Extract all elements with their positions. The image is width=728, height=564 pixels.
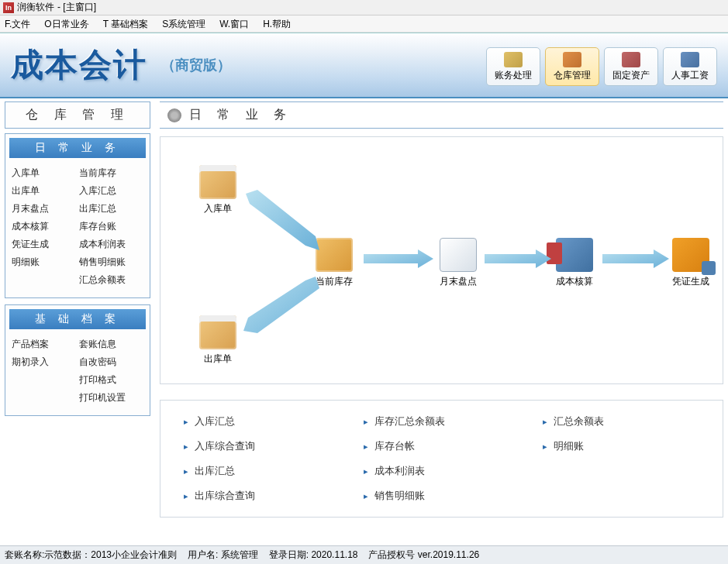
sidebar-title: 仓 库 管 理 — [5, 101, 150, 129]
menu-system[interactable]: S系统管理 — [162, 18, 205, 29]
content-header: 日 常 业 务 — [160, 101, 723, 129]
box-open-icon — [199, 165, 236, 199]
module-icon — [622, 52, 640, 67]
menubar: F.文件 O日常业务 T 基础档案 S系统管理 W.窗口 H.帮助 — [0, 15, 728, 33]
workflow-diagram: 入库单 当前库存 出库单 月末盘点 成本核算 凭证生成 — [160, 136, 723, 384]
report-link[interactable]: 销售明细账 — [364, 489, 520, 503]
window-title: - [主窗口] — [57, 1, 96, 14]
module-label: 人事工资 — [671, 69, 709, 82]
menu-file[interactable]: F.文件 — [5, 18, 30, 29]
node-label: 入库单 — [199, 202, 236, 215]
statusbar: 套账名称:示范数据：2013小企业会计准则 用户名: 系统管理 登录日期: 20… — [0, 545, 728, 564]
app-icon: In — [3, 2, 14, 13]
report-link[interactable]: 库存汇总余额表 — [364, 414, 520, 428]
menu-daily[interactable]: O日常业务 — [44, 18, 88, 29]
arrow-icon — [242, 273, 319, 335]
node-label: 当前库存 — [316, 275, 353, 288]
box-icon — [316, 238, 353, 272]
sidebar-item[interactable]: 出库汇总 — [79, 202, 143, 215]
app-name: 润衡软件 — [17, 1, 54, 14]
module-label: 仓库管理 — [554, 69, 591, 82]
node-month-end[interactable]: 月末盘点 — [440, 238, 477, 288]
menu-archive[interactable]: T 基础档案 — [103, 18, 148, 29]
report-links: 入库汇总库存汇总余额表汇总余额表入库综合查询库存台帐明细账出库汇总成本利润表出库… — [160, 400, 723, 518]
status-account: 套账名称:示范数据：2013小企业会计准则 — [5, 549, 177, 562]
arrow-icon — [364, 249, 433, 268]
box-open-icon — [199, 315, 236, 349]
module-button-1[interactable]: 仓库管理 — [545, 47, 599, 86]
arrow-icon — [602, 249, 669, 268]
gear-icon — [167, 108, 181, 122]
status-user: 用户名: 系统管理 — [188, 549, 258, 562]
menu-window[interactable]: W.窗口 — [219, 18, 249, 29]
sidebar-item[interactable]: 自改密码 — [79, 356, 143, 369]
module-label: 账务处理 — [495, 69, 532, 82]
module-label: 固定资产 — [612, 69, 650, 82]
sidebar-item[interactable]: 打印格式 — [79, 373, 143, 387]
sidebar-item[interactable]: 产品档案 — [12, 338, 76, 351]
header-banner: 成本会计 （商贸版） 账务处理仓库管理固定资产人事工资 — [0, 33, 728, 98]
sidebar-item[interactable]: 汇总余额表 — [79, 273, 143, 287]
svg-marker-4 — [602, 249, 669, 268]
app-subtitle: （商贸版） — [161, 56, 231, 74]
sidebar-group-1: 基 础 档 案产品档案套账信息期初录入自改密码打印格式打印机设置 — [5, 304, 150, 416]
header-module-buttons: 账务处理仓库管理固定资产人事工资 — [486, 47, 717, 86]
node-label: 出库单 — [199, 352, 236, 366]
sidebar-item[interactable]: 库存台账 — [79, 220, 143, 233]
node-outbound[interactable]: 出库单 — [199, 315, 236, 366]
report-link[interactable]: 入库综合查询 — [184, 439, 340, 453]
node-cost-calc[interactable]: 成本核算 — [556, 238, 593, 288]
node-inbound[interactable]: 入库单 — [199, 165, 236, 215]
sidebar-item[interactable]: 入库单 — [12, 167, 76, 180]
report-link[interactable]: 明细账 — [543, 439, 699, 453]
sidebar-item[interactable]: 当前库存 — [79, 167, 143, 180]
report-link[interactable]: 出库汇总 — [184, 464, 340, 478]
svg-marker-2 — [364, 249, 433, 268]
svg-marker-0 — [246, 190, 319, 250]
module-icon — [563, 52, 581, 67]
menu-help[interactable]: H.帮助 — [263, 18, 291, 29]
report-link[interactable]: 入库汇总 — [184, 414, 340, 428]
node-voucher[interactable]: 凭证生成 — [672, 238, 709, 288]
sidebar-item[interactable]: 打印机设置 — [79, 391, 143, 404]
sidebar: 仓 库 管 理 日 常 业 务入库单当前库存出库单入库汇总月末盘点出库汇总成本核… — [5, 101, 150, 545]
node-label: 月末盘点 — [440, 275, 477, 288]
status-login: 登录日期: 2020.11.18 — [269, 549, 358, 562]
sidebar-item[interactable]: 明细账 — [12, 256, 76, 269]
module-icon — [681, 52, 699, 67]
sidebar-item[interactable]: 期初录入 — [12, 356, 76, 369]
titlebar: In 润衡软件 - [主窗口] — [0, 0, 728, 15]
sidebar-item[interactable]: 入库汇总 — [79, 184, 143, 198]
sidebar-group-0: 日 常 业 务入库单当前库存出库单入库汇总月末盘点出库汇总成本核算库存台账凭证生… — [5, 133, 150, 298]
node-label: 凭证生成 — [672, 275, 709, 288]
report-link[interactable]: 汇总余额表 — [543, 414, 699, 428]
report-link[interactable]: 库存台帐 — [364, 439, 520, 453]
svg-marker-1 — [243, 277, 319, 333]
content-title: 日 常 业 务 — [189, 107, 292, 123]
arrow-icon — [485, 249, 551, 268]
sidebar-group-header: 基 础 档 案 — [9, 308, 147, 330]
node-current-stock[interactable]: 当前库存 — [316, 238, 353, 288]
sidebar-item[interactable]: 成本利润表 — [79, 238, 143, 251]
sidebar-group-header: 日 常 业 务 — [9, 137, 147, 159]
sidebar-item[interactable]: 销售明细账 — [79, 256, 143, 269]
calculator-icon — [556, 238, 593, 272]
node-label: 成本核算 — [556, 275, 593, 288]
report-link[interactable]: 出库综合查询 — [184, 489, 340, 503]
sidebar-item[interactable]: 出库单 — [12, 184, 76, 198]
certificate-icon — [672, 238, 709, 272]
report-link[interactable]: 成本利润表 — [364, 464, 520, 478]
module-icon — [504, 52, 523, 67]
paper-icon — [440, 238, 477, 272]
svg-marker-3 — [485, 249, 551, 268]
module-button-2[interactable]: 固定资产 — [604, 47, 658, 86]
sidebar-item[interactable]: 套账信息 — [79, 338, 143, 351]
module-button-3[interactable]: 人事工资 — [663, 47, 717, 86]
sidebar-item[interactable]: 凭证生成 — [12, 238, 76, 251]
sidebar-item[interactable]: 月末盘点 — [12, 202, 76, 215]
module-button-0[interactable]: 账务处理 — [486, 47, 540, 86]
arrow-icon — [242, 190, 319, 252]
content: 日 常 业 务 入库单 当前库存 出库单 月末盘点 成本核算 — [150, 101, 723, 545]
app-title: 成本会计 — [11, 43, 147, 87]
sidebar-item[interactable]: 成本核算 — [12, 220, 76, 233]
